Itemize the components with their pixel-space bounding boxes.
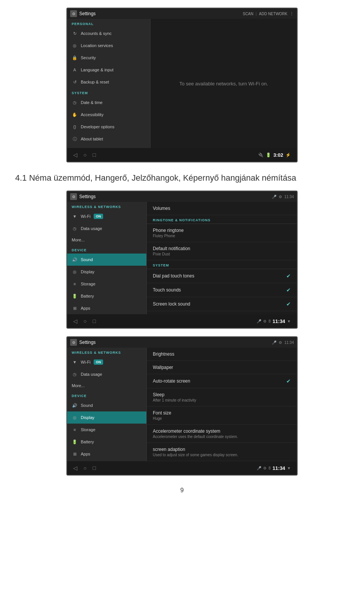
settings-gear-2: ⚙ [279,195,282,199]
screen-adaption-item[interactable]: screen adaption Used to adjust size of s… [147,443,297,461]
sidebar-item-apps-2[interactable]: ⊞ Apps [67,302,146,314]
sidebar-item-battery-2[interactable]: 🔋 Battery [67,290,146,302]
default-notification-subtitle: Pixie Dust [153,252,190,256]
time-bottom-3: 11:34 [273,465,285,471]
sound-icon-3: 🔊 [72,402,78,408]
display-icon-2: ◎ [72,269,78,275]
wireless-header-3: WIRELESS & NETWORKS [67,348,146,356]
apps-icon-2: ⊞ [72,305,78,311]
wifi-status-3: ▼ [287,466,291,470]
accelerometer-title: Accelerometer coordinate system [153,429,238,434]
brightness-item[interactable]: Brightness [147,348,297,361]
touch-sounds-check: ✔ [286,287,291,293]
language-icon: A [72,67,78,73]
sidebar-item-display-2[interactable]: ◎ Display [67,266,146,278]
back-icon[interactable]: ◁ [73,152,77,158]
home-icon-2[interactable]: ○ [83,318,86,324]
recents-icon-3[interactable]: □ [93,465,96,471]
sidebar-item-about[interactable]: ⓘ About tablet [67,133,150,145]
time-2: 11:34 [284,195,294,199]
device-header-2: DEVICE [67,245,146,254]
status-bar-left-3: ⚙ Settings [70,339,96,346]
sidebar-item-apps-3[interactable]: ⊞ Apps [67,448,146,460]
personal-header: PERSONAL [67,19,150,27]
status-icons-1: 🔌 🔋 3:02 ⚡ [258,152,291,158]
recents-icon-2[interactable]: □ [93,318,96,324]
home-icon[interactable]: ○ [83,152,86,158]
phone-ringtone-item[interactable]: Phone ringtone Flutey Phone [147,224,297,242]
sidebar-item-more-3[interactable]: More... [67,380,146,391]
sound-icon-2: 🔊 [72,257,78,263]
wifi-label-2: Wi-Fi [81,214,91,219]
volumes-title: Volumes [153,206,170,211]
settings-main-wifi: To see available networks, turn Wi-Fi on… [151,19,297,148]
sidebar-item-language[interactable]: A Language & input [67,64,150,76]
touch-sounds-item[interactable]: Touch sounds ✔ [147,283,297,297]
security-label: Security [81,55,96,60]
font-size-item[interactable]: Font size Huge [147,407,297,425]
sidebar-item-more-2[interactable]: More... [67,235,146,245]
accelerometer-item[interactable]: Accelerometer coordinate system Accelero… [147,425,297,443]
status-bar-right-1: SCAN | ADD NETWORK ⋮ [243,11,294,16]
dial-pad-check: ✔ [286,273,291,279]
developer-icon: {} [72,124,78,130]
sidebar-item-battery-3[interactable]: 🔋 Battery [67,436,146,448]
ringtone-header: RINGTONE & NOTIFICATIONS [147,215,297,224]
sidebar-item-security[interactable]: 🔒 Security [67,52,150,64]
more-icon-1[interactable]: ⋮ [290,11,294,16]
settings-sidebar-2: WIRELESS & NETWORKS ▼ Wi-Fi ON ◷ Data us… [67,202,147,314]
sidebar-item-wifi-2[interactable]: ▼ Wi-Fi ON [67,210,146,222]
back-icon-3[interactable]: ◁ [73,465,77,471]
developer-label: Developer options [81,124,115,129]
device-screen-1: ⚙ Settings SCAN | ADD NETWORK ⋮ PERSONAL… [66,8,298,162]
screen-adaption-subtitle: Used to adjust size of some games displa… [153,453,238,457]
screenshots-row: ⚙ Settings 🎤 ⚙ 11:34 WIRELESS & NETWORKS… [0,191,364,476]
dial-pad-item[interactable]: Dial pad touch tones ✔ [147,269,297,283]
wifi-toggle-3[interactable]: ON [94,359,104,365]
screen-adaption-title: screen adaption [153,447,238,452]
more-label-3: More... [72,383,85,388]
auto-rotate-item[interactable]: Auto-rotate screen ✔ [147,374,297,388]
home-icon-3[interactable]: ○ [83,465,86,471]
volumes-item[interactable]: Volumes [147,202,297,215]
sidebar-item-sound-2[interactable]: 🔊 Sound [67,254,146,266]
sidebar-item-storage-2[interactable]: ≡ Storage [67,278,146,290]
sidebar-item-accessibility[interactable]: ✋ Accessibility [67,109,150,121]
sidebar-item-display-3[interactable]: ◎ Display [67,411,146,424]
sleep-item[interactable]: Sleep After 1 minute of inactivity [147,388,297,407]
dial-pad-title: Dial pad touch tones [153,273,194,279]
sidebar-item-backup[interactable]: ↺ Backup & reset [67,76,150,88]
wifi-toggle-2[interactable]: ON [94,214,104,219]
back-icon-2[interactable]: ◁ [73,318,77,324]
font-size-title: Font size [153,410,171,416]
brightness-title: Brightness [153,351,174,357]
status-bar-left-2: ⚙ Settings [70,193,96,200]
sidebar-item-developer[interactable]: {} Developer options [67,121,150,133]
sidebar-item-datetime[interactable]: ◷ Date & time [67,96,150,109]
wallpaper-item[interactable]: Wallpaper [147,361,297,374]
default-notification-item[interactable]: Default notification Pixie Dust [147,242,297,260]
sidebar-item-accounts[interactable]: ↻ Accounts & sync [67,27,150,39]
add-network-button[interactable]: ADD NETWORK [259,12,287,16]
status-bar-2: ⚙ Settings 🎤 ⚙ 11:34 [67,191,297,202]
sidebar-item-sound-3[interactable]: 🔊 Sound [67,399,146,411]
settings-icon-3: ⚙ [70,339,77,346]
bottom-nav-3: ◁ ○ □ [73,465,96,471]
sidebar-item-location[interactable]: ◎ Location services [67,39,150,52]
settings-gear-3: ⚙ [279,340,282,345]
phone-ringtone-subtitle: Flutey Phone [153,234,184,238]
wireless-header-2: WIRELESS & NETWORKS [67,202,146,210]
storage-label-3: Storage [81,427,96,432]
sidebar-item-wifi-3[interactable]: ▼ Wi-Fi ON [67,356,146,368]
scan-button[interactable]: SCAN [243,12,253,16]
recents-icon[interactable]: □ [93,152,96,158]
settings-icon-2: ⚙ [70,193,77,200]
settings-sidebar-1: PERSONAL ↻ Accounts & sync ◎ Location se… [67,19,151,148]
sidebar-item-data-2[interactable]: ◷ Data usage [67,222,146,235]
screen-lock-item[interactable]: Screen lock sound ✔ [147,297,297,311]
screen-lock-check: ✔ [286,301,291,307]
settings-body-1: PERSONAL ↻ Accounts & sync ◎ Location se… [67,19,297,148]
storage-label-2: Storage [81,282,96,286]
sidebar-item-data-3[interactable]: ◷ Data usage [67,368,146,380]
sidebar-item-storage-3[interactable]: ≡ Storage [67,424,146,436]
